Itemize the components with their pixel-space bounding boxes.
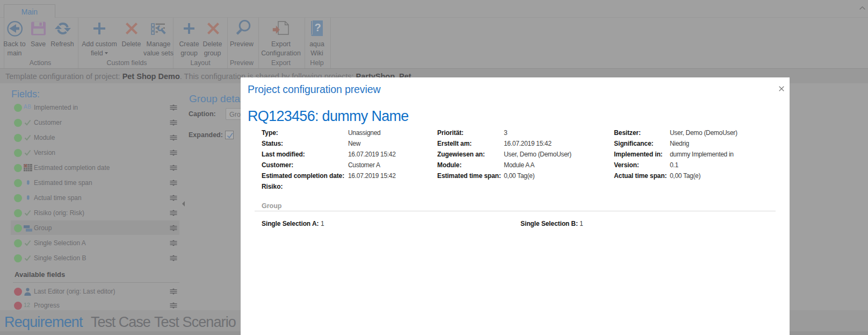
svg-text:?: ? [314,22,321,33]
